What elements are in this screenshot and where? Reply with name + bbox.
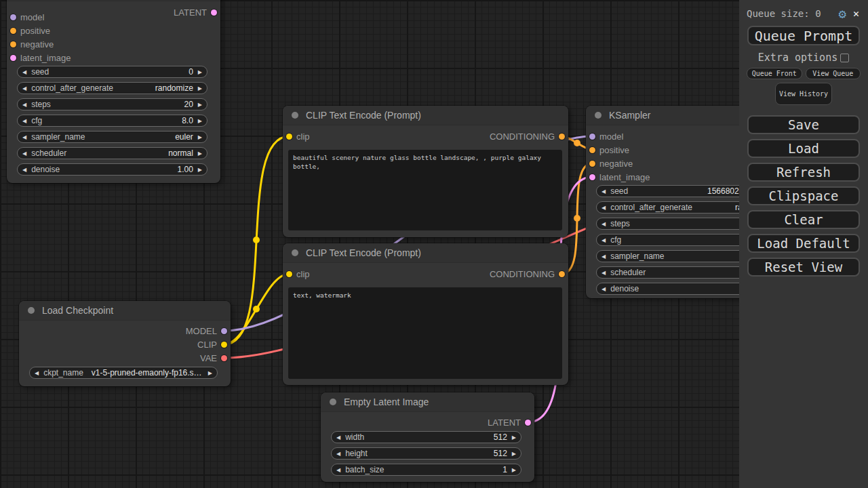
widget-scheduler[interactable]: ◀ scheduler normal ▶ (17, 147, 208, 159)
increment-arrow-icon[interactable]: ▶ (507, 451, 521, 457)
node-ksampler-left[interactable]: KSampler model positive negative latent_… (7, 0, 220, 183)
clipspace-button[interactable]: Clipspace (747, 186, 860, 205)
node-title-bar[interactable]: KSampler (7, 0, 220, 1)
increment-arrow-icon[interactable]: ▶ (193, 167, 207, 173)
clear-button[interactable]: Clear (747, 210, 860, 229)
output-port-conditioning[interactable]: CONDITIONING (490, 131, 565, 141)
input-port-positive[interactable]: positive (10, 26, 50, 35)
port-dot-conditioning[interactable] (559, 271, 565, 277)
close-icon[interactable]: ✕ (853, 7, 859, 20)
reset-view-button[interactable]: Reset View (747, 258, 860, 277)
decrement-arrow-icon[interactable]: ◀ (18, 69, 31, 75)
input-port-clip[interactable]: clip (286, 131, 310, 141)
node-clip-text-encode-negative[interactable]: CLIP Text Encode (Prompt) clip CONDITION… (283, 243, 568, 385)
collapse-dot-icon[interactable] (28, 307, 35, 314)
port-dot-negative[interactable] (10, 41, 16, 47)
input-port-clip[interactable]: clip (286, 269, 310, 279)
port-dot-model[interactable] (10, 14, 16, 20)
input-port-negative[interactable]: negative (589, 159, 633, 168)
widget-denoise[interactable]: ◀ denoise 1.00 ▶ (17, 163, 208, 176)
input-port-latent-image[interactable]: latent_image (589, 172, 650, 182)
collapse-dot-icon[interactable] (292, 112, 298, 119)
decrement-arrow-icon[interactable]: ◀ (597, 270, 610, 276)
node-clip-text-encode-positive[interactable]: CLIP Text Encode (Prompt) clip CONDITION… (283, 106, 568, 237)
decrement-arrow-icon[interactable]: ◀ (18, 150, 31, 157)
increment-arrow-icon[interactable]: ▶ (193, 118, 207, 124)
decrement-arrow-icon[interactable]: ◀ (18, 102, 31, 108)
port-dot-model[interactable] (589, 134, 595, 140)
decrement-arrow-icon[interactable]: ◀ (18, 134, 31, 140)
decrement-arrow-icon[interactable]: ◀ (18, 85, 31, 92)
port-dot-positive[interactable] (589, 147, 595, 153)
queue-front-button[interactable]: Queue Front (747, 68, 802, 79)
widget-steps[interactable]: ◀ steps 20 ▶ (17, 98, 208, 110)
decrement-arrow-icon[interactable]: ◀ (597, 253, 610, 260)
next-option-arrow-icon[interactable]: ▶ (203, 370, 217, 376)
node-title-bar[interactable]: CLIP Text Encode (Prompt) (283, 106, 568, 125)
decrement-arrow-icon[interactable]: ◀ (597, 205, 610, 211)
increment-arrow-icon[interactable]: ▶ (193, 134, 207, 140)
port-dot-clip[interactable] (286, 271, 292, 277)
decrement-arrow-icon[interactable]: ◀ (597, 188, 610, 195)
queue-prompt-button[interactable]: Queue Prompt (747, 26, 860, 45)
widget-ckpt-name[interactable]: ◀ ckpt_name v1-5-pruned-emaonly-fp16.s… … (29, 367, 218, 379)
port-dot-positive[interactable] (10, 28, 16, 34)
refresh-button[interactable]: Refresh (747, 163, 860, 182)
port-dot-clip[interactable] (286, 134, 292, 140)
collapse-dot-icon[interactable] (292, 249, 298, 256)
decrement-arrow-icon[interactable]: ◀ (332, 451, 345, 457)
input-port-model[interactable]: model (589, 131, 623, 141)
input-port-negative[interactable]: negative (10, 39, 54, 49)
output-port-model[interactable]: MODEL (186, 326, 227, 336)
prompt-textarea[interactable]: beautiful scenery nature glass bottle la… (288, 150, 562, 230)
decrement-arrow-icon[interactable]: ◀ (597, 221, 610, 227)
increment-arrow-icon[interactable]: ▶ (193, 150, 207, 157)
increment-arrow-icon[interactable]: ▶ (507, 467, 521, 473)
decrement-arrow-icon[interactable]: ◀ (18, 167, 31, 173)
port-dot-model-out[interactable] (221, 328, 227, 334)
load-default-button[interactable]: Load Default (747, 234, 860, 253)
output-port-vae[interactable]: VAE (200, 353, 227, 363)
node-empty-latent-image[interactable]: Empty Latent Image LATENT ◀ width 512 ▶ … (321, 392, 534, 482)
widget-control-after-generate[interactable]: ◀ control_after_generate randomize ▶ (17, 82, 208, 94)
increment-arrow-icon[interactable]: ▶ (193, 85, 207, 92)
input-port-latent-image[interactable]: latent_image (10, 53, 71, 62)
widget-sampler-name[interactable]: ◀ sampler_name euler ▶ (17, 131, 208, 143)
port-dot-vae-out[interactable] (221, 355, 227, 361)
collapse-dot-icon[interactable] (595, 112, 601, 119)
output-port-clip[interactable]: CLIP (197, 340, 227, 349)
port-dot-latent-out[interactable] (211, 9, 217, 16)
node-title-bar[interactable]: Load Checkpoint (19, 301, 231, 321)
widget-cfg[interactable]: ◀ cfg 8.0 ▶ (17, 115, 208, 127)
input-port-positive[interactable]: positive (589, 145, 629, 155)
increment-arrow-icon[interactable]: ▶ (507, 434, 521, 441)
node-title-bar[interactable]: CLIP Text Encode (Prompt) (283, 243, 568, 263)
port-dot-clip-out[interactable] (221, 342, 227, 348)
decrement-arrow-icon[interactable]: ◀ (597, 237, 610, 243)
decrement-arrow-icon[interactable]: ◀ (597, 286, 610, 292)
output-port-conditioning[interactable]: CONDITIONING (490, 269, 565, 279)
port-dot-latent-out[interactable] (525, 420, 531, 426)
prev-option-arrow-icon[interactable]: ◀ (30, 370, 43, 376)
view-history-button[interactable]: View History (775, 83, 832, 105)
increment-arrow-icon[interactable]: ▶ (193, 69, 207, 75)
widget-height[interactable]: ◀ height 512 ▶ (331, 447, 521, 460)
port-dot-negative[interactable] (589, 161, 595, 167)
port-dot-conditioning[interactable] (559, 134, 565, 140)
extra-options-checkbox[interactable] (840, 54, 849, 62)
widget-seed[interactable]: ◀ seed 0 ▶ (17, 66, 208, 78)
port-dot-latent-image[interactable] (10, 55, 16, 61)
node-load-checkpoint[interactable]: Load Checkpoint MODEL CLIP VAE ◀ ckpt_na… (19, 301, 231, 386)
settings-gear-icon[interactable]: ⚙ (839, 7, 846, 20)
view-queue-button[interactable]: View Queue (806, 68, 861, 79)
decrement-arrow-icon[interactable]: ◀ (332, 467, 345, 473)
prompt-textarea[interactable]: text, watermark (288, 287, 562, 379)
decrement-arrow-icon[interactable]: ◀ (332, 434, 345, 441)
output-port-latent[interactable]: LATENT (488, 418, 531, 427)
decrement-arrow-icon[interactable]: ◀ (18, 118, 31, 124)
port-dot-latent-image[interactable] (589, 174, 595, 180)
collapse-dot-icon[interactable] (330, 399, 336, 405)
save-button[interactable]: Save (747, 115, 860, 134)
widget-batch-size[interactable]: ◀ batch_size 1 ▶ (331, 464, 521, 476)
increment-arrow-icon[interactable]: ▶ (193, 102, 207, 108)
